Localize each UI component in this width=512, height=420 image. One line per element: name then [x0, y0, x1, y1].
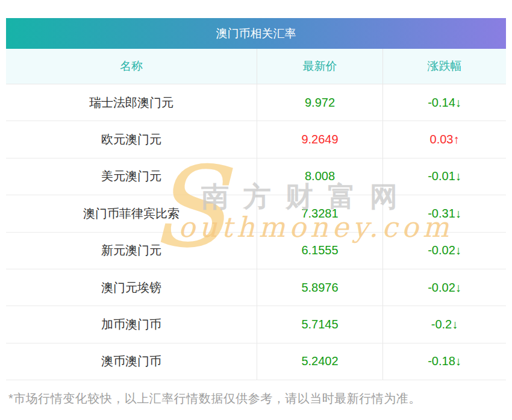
table-body: 瑞士法郎澳门元 9.972 -0.14↓ 欧元澳门元 9.2649 0.03↑ … [6, 84, 506, 380]
row-price: 9.2649 [257, 121, 382, 157]
column-header-name: 名称 [6, 58, 257, 74]
change-value: -0.31↓ [428, 207, 461, 221]
row-price: 5.2402 [257, 343, 382, 380]
change-value: -0.02↓ [428, 281, 461, 295]
row-name: 澳门币菲律宾比索 [6, 205, 257, 222]
price-value: 6.1555 [301, 243, 338, 257]
price-value: 9.972 [305, 96, 335, 110]
row-name: 加币澳门币 [6, 316, 257, 333]
row-change: -0.31↓ [382, 195, 506, 231]
exchange-rate-table: 澳门币相关汇率 名称 最新价 涨跌幅 瑞士法郎澳门元 9.972 -0.14↓ … [6, 18, 506, 380]
price-value: 5.8976 [301, 281, 338, 295]
change-value: -0.01↓ [428, 169, 461, 183]
price-value: 5.2402 [301, 354, 338, 368]
row-change: -0.02↓ [382, 233, 506, 269]
row-price: 5.8976 [257, 269, 382, 306]
row-change: -0.18↓ [382, 343, 506, 380]
row-price: 8.008 [257, 158, 382, 195]
table-row: 欧元澳门元 9.2649 0.03↑ [6, 121, 506, 158]
disclaimer-footnote: *市场行情变化较快，以上汇率行情数据仅供参考，请以当时最新行情为准。 [8, 390, 421, 407]
price-value: 8.008 [305, 169, 335, 183]
price-value: 9.2649 [301, 133, 338, 146]
price-value: 5.7145 [301, 318, 338, 331]
row-price: 6.1555 [257, 233, 382, 269]
row-change: -0.14↓ [382, 84, 506, 121]
row-change: -0.02↓ [382, 269, 506, 306]
row-name: 新元澳门元 [6, 242, 257, 259]
change-value: -0.14↓ [428, 96, 461, 110]
row-price: 9.972 [257, 84, 382, 121]
change-value: -0.2↓ [431, 318, 458, 331]
row-name: 瑞士法郎澳门元 [6, 95, 257, 111]
row-change: 0.03↑ [382, 121, 506, 157]
table-header-row: 名称 最新价 涨跌幅 [6, 49, 506, 84]
row-change: -0.01↓ [382, 158, 506, 195]
row-price: 7.3281 [257, 195, 382, 231]
price-value: 7.3281 [301, 207, 338, 221]
row-price: 5.7145 [257, 306, 382, 342]
table-row: 澳门币菲律宾比索 7.3281 -0.31↓ [6, 195, 506, 232]
row-name: 澳门元埃镑 [6, 280, 257, 296]
table-row: 加币澳门币 5.7145 -0.2↓ [6, 306, 506, 343]
table-row: 澳币澳门币 5.2402 -0.18↓ [6, 343, 506, 380]
row-name: 欧元澳门元 [6, 131, 257, 148]
table-row: 新元澳门元 6.1555 -0.02↓ [6, 233, 506, 269]
row-change: -0.2↓ [382, 306, 506, 342]
change-value: -0.18↓ [428, 354, 461, 368]
change-value: -0.02↓ [428, 243, 461, 257]
table-row: 美元澳门元 8.008 -0.01↓ [6, 158, 506, 195]
table-row: 澳门元埃镑 5.8976 -0.02↓ [6, 269, 506, 306]
column-header-change: 涨跌幅 [382, 49, 506, 84]
row-name: 澳币澳门币 [6, 353, 257, 369]
row-name: 美元澳门元 [6, 168, 257, 184]
table-title: 澳门币相关汇率 [6, 18, 506, 49]
change-value: 0.03↑ [430, 133, 460, 146]
table-row: 瑞士法郎澳门元 9.972 -0.14↓ [6, 84, 506, 121]
column-header-price: 最新价 [257, 49, 382, 84]
